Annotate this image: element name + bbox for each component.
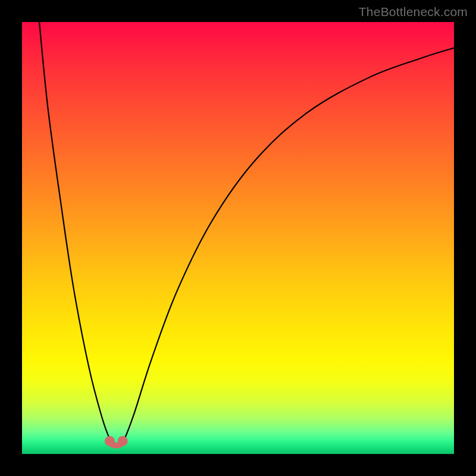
chart-frame: TheBottleneck.com [0,0,476,476]
plot-area [22,22,454,454]
marker-dot-right [118,436,128,446]
marker-dot-left [105,436,115,446]
curve-layer [22,22,454,454]
markers [105,436,128,446]
watermark-text: TheBottleneck.com [359,5,468,19]
bottleneck-curve [39,22,454,446]
